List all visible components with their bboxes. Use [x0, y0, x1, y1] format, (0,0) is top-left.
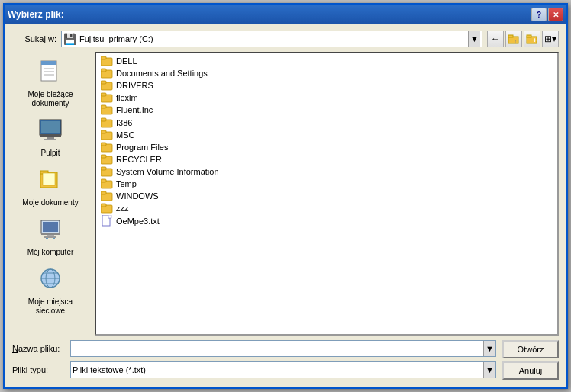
- svg-rect-36: [101, 81, 106, 84]
- bottom-section: Nazwa pliku: ▼ Pliki typu: ▼: [12, 340, 559, 380]
- folder-icon: [101, 80, 113, 91]
- folder-icon: [101, 56, 113, 66]
- location-dropdown-arrow[interactable]: ▼: [468, 31, 480, 47]
- sidebar-item-recent[interactable]: Moje bieżącedokumenty: [16, 55, 85, 112]
- list-item[interactable]: Temp: [98, 178, 556, 190]
- sidebar-item-desktop[interactable]: Pulpit: [16, 114, 85, 162]
- file-name: flexlm: [116, 93, 138, 102]
- list-item[interactable]: RECYCLER: [98, 153, 556, 165]
- sidebar-label-recent: Moje bieżącedokumenty: [28, 90, 73, 108]
- list-item[interactable]: Documents and Settings: [98, 67, 556, 79]
- list-item[interactable]: I386: [98, 116, 556, 128]
- filetype-combo[interactable]: ▼: [70, 361, 496, 378]
- open-button[interactable]: Otwórz: [502, 340, 559, 358]
- close-button[interactable]: ✕: [548, 8, 563, 21]
- folder-icon: [101, 178, 113, 189]
- svg-rect-7: [41, 61, 56, 65]
- cancel-button[interactable]: Anuluj: [502, 361, 559, 380]
- file-name: zzz: [116, 204, 129, 213]
- file-name: WINDOWS: [116, 191, 159, 201]
- filename-dropdown-arrow[interactable]: ▼: [483, 341, 495, 356]
- filetype-label: Pliki typu:: [12, 365, 66, 374]
- list-item[interactable]: OeMpe3.txt: [98, 214, 556, 228]
- svg-rect-4: [527, 35, 531, 37]
- list-item[interactable]: Fluent.Inc: [98, 104, 556, 116]
- svg-rect-14: [44, 139, 56, 140]
- svg-rect-42: [101, 118, 106, 121]
- file-name: Fluent.Inc: [116, 105, 153, 114]
- list-item[interactable]: flexlm: [98, 92, 556, 104]
- svg-rect-46: [101, 143, 106, 146]
- file-list[interactable]: DELL Documents and Settings DRIVERS flex…: [95, 52, 559, 336]
- list-item[interactable]: Program Files: [98, 141, 556, 153]
- help-button[interactable]: ?: [531, 8, 547, 21]
- action-buttons: Otwórz Anuluj: [502, 340, 559, 380]
- title-bar-controls: ? ✕: [531, 8, 563, 21]
- file-name: Documents and Settings: [116, 69, 208, 78]
- folder-icon: [101, 104, 113, 115]
- svg-rect-34: [101, 69, 106, 72]
- list-item[interactable]: DRIVERS: [98, 79, 556, 92]
- list-item[interactable]: MSC: [98, 129, 556, 141]
- location-text: Fujitsu_primary (C:): [79, 34, 465, 43]
- sidebar-label-network: Moje miejscasieciowe: [28, 297, 73, 316]
- svg-text:+: +: [533, 37, 537, 44]
- network-icon: [38, 266, 63, 296]
- up-folder-button[interactable]: ↑: [505, 31, 522, 47]
- filename-input[interactable]: [71, 344, 483, 353]
- sidebar-label-documents: Moje dokumenty: [22, 198, 78, 207]
- title-bar: Wybierz plik: ? ✕: [5, 5, 566, 24]
- toolbar-buttons: ← ↑ + ⊞▾: [487, 31, 559, 47]
- filename-row: Nazwa pliku: ▼: [12, 340, 496, 357]
- dialog-title: Wybierz plik:: [8, 9, 64, 20]
- file-name: MSC: [116, 130, 134, 140]
- sidebar-label-desktop: Pulpit: [40, 149, 60, 158]
- list-item[interactable]: DELL: [98, 55, 556, 67]
- file-icon: [101, 215, 113, 227]
- svg-rect-52: [101, 179, 106, 182]
- svg-rect-12: [40, 134, 61, 137]
- file-name: Program Files: [116, 143, 168, 152]
- svg-rect-18: [43, 173, 55, 185]
- folder-icon: [101, 203, 113, 214]
- sidebar-item-computer[interactable]: Mój komputer: [16, 213, 85, 261]
- svg-text:↑: ↑: [514, 38, 517, 44]
- file-name: System Volume Information: [116, 167, 219, 176]
- svg-rect-32: [101, 56, 106, 59]
- list-item[interactable]: zzz: [98, 202, 556, 214]
- list-item[interactable]: WINDOWS: [98, 190, 556, 202]
- back-button[interactable]: ←: [487, 31, 504, 47]
- folder-icon: [101, 191, 113, 201]
- svg-rect-21: [41, 233, 60, 235]
- new-folder-button[interactable]: +: [524, 31, 540, 47]
- file-name: OeMpe3.txt: [116, 217, 160, 226]
- file-name: I386: [116, 118, 132, 127]
- list-item[interactable]: System Volume Information: [98, 165, 556, 178]
- folder-icon: [101, 154, 113, 165]
- filetype-dropdown-arrow[interactable]: ▼: [483, 362, 495, 378]
- title-bar-title: Wybierz plik:: [8, 9, 64, 20]
- svg-rect-25: [53, 238, 55, 239]
- my-documents-icon: [38, 167, 63, 197]
- svg-rect-20: [43, 222, 58, 232]
- filetype-input[interactable]: [71, 365, 483, 374]
- dialog-body: Sukaj w: 💾 Fujitsu_primary (C:) ▼ ← ↑: [5, 24, 566, 387]
- views-button[interactable]: ⊞▾: [542, 31, 559, 47]
- filename-combo[interactable]: ▼: [70, 340, 496, 357]
- svg-rect-24: [46, 238, 48, 239]
- dialog-window: Wybierz plik: ? ✕ Sukaj w: 💾 Fujitsu_pri…: [3, 3, 568, 389]
- my-computer-icon: [38, 217, 63, 246]
- file-name: Temp: [116, 179, 137, 188]
- sidebar-item-documents[interactable]: Moje dokumenty: [16, 163, 85, 211]
- svg-rect-15: [41, 121, 60, 133]
- location-combo[interactable]: 💾 Fujitsu_primary (C:) ▼: [61, 31, 482, 47]
- bottom-inputs: Nazwa pliku: ▼ Pliki typu: ▼: [12, 340, 496, 378]
- sidebar-item-network[interactable]: Moje miejscasieciowe: [16, 262, 85, 320]
- svg-rect-59: [108, 215, 111, 218]
- search-label: Sukaj w:: [12, 34, 56, 43]
- svg-rect-50: [101, 167, 106, 170]
- file-name: DELL: [116, 56, 137, 66]
- svg-rect-44: [101, 130, 106, 133]
- sidebar: Moje bieżącedokumenty Pulpit: [12, 52, 89, 336]
- svg-rect-38: [101, 93, 106, 96]
